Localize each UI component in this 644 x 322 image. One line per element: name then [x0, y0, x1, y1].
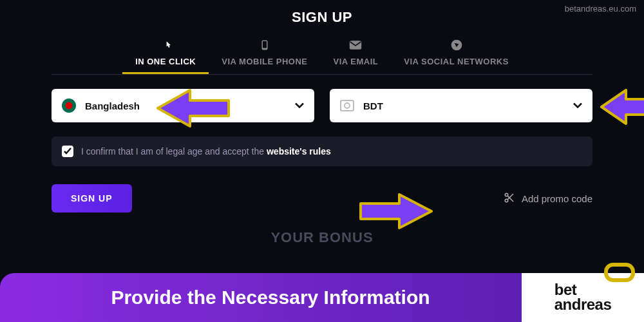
checkbox-checked-icon[interactable] — [62, 146, 73, 157]
currency-select[interactable]: BDT — [330, 89, 592, 122]
add-promo-link[interactable]: Add promo code — [504, 192, 592, 205]
signup-button[interactable]: SIGN UP — [52, 184, 132, 213]
brand-logo: bet andreas — [522, 273, 644, 322]
svg-point-7 — [505, 199, 508, 202]
promo-label: Add promo code — [522, 193, 592, 204]
age-confirm-row[interactable]: I confirm that I am of legal age and acc… — [52, 137, 592, 166]
logo-ring-icon — [604, 263, 635, 282]
tab-email[interactable]: VIA EMAIL — [333, 37, 378, 74]
tab-label: IN ONE CLICK — [135, 57, 196, 66]
annotation-arrow-icon — [155, 89, 232, 128]
tab-label: VIA SOCIAL NETWORKS — [404, 57, 509, 66]
tab-label: VIA EMAIL — [333, 57, 378, 66]
currency-icon — [340, 100, 354, 111]
chevron-down-icon — [295, 100, 304, 111]
tab-one-click[interactable]: IN ONE CLICK — [135, 37, 196, 74]
phone-icon — [257, 37, 272, 53]
svg-rect-4 — [341, 100, 354, 111]
scissors-icon — [504, 192, 515, 205]
svg-rect-1 — [263, 41, 267, 48]
signup-tabs: IN ONE CLICK VIA MOBILE PHONE VIA EMAIL … — [0, 37, 644, 74]
currency-value: BDT — [363, 100, 383, 111]
bottom-banner: Provide the Necessary Information bet an… — [0, 273, 644, 322]
logo-line2: andreas — [554, 298, 612, 312]
email-icon — [348, 37, 363, 53]
social-icon — [449, 37, 464, 53]
svg-point-6 — [505, 193, 508, 196]
tab-label: VIA MOBILE PHONE — [222, 57, 307, 66]
tab-social[interactable]: VIA SOCIAL NETWORKS — [404, 37, 509, 74]
watermark-text: betandreas.eu.com — [565, 4, 636, 14]
banner-caption: Provide the Necessary Information — [0, 273, 541, 322]
rules-link[interactable]: website's rules — [267, 146, 331, 156]
tab-mobile[interactable]: VIA MOBILE PHONE — [222, 37, 307, 74]
svg-point-5 — [345, 103, 350, 108]
confirm-text: I confirm that I am of legal age and acc… — [81, 146, 331, 156]
chevron-down-icon — [573, 100, 582, 111]
annotation-arrow-icon — [600, 89, 644, 125]
pointer-icon — [158, 37, 173, 53]
tabs-divider — [52, 74, 592, 75]
country-value: Bangladesh — [85, 100, 140, 111]
signup-form: Bangladesh BDT I confirm that I am of le… — [52, 89, 592, 213]
page-title: SIGN UP — [0, 0, 644, 26]
annotation-arrow-icon — [357, 193, 435, 229]
bonus-heading: YOUR BONUS — [0, 229, 644, 246]
flag-bangladesh-icon — [62, 99, 76, 113]
